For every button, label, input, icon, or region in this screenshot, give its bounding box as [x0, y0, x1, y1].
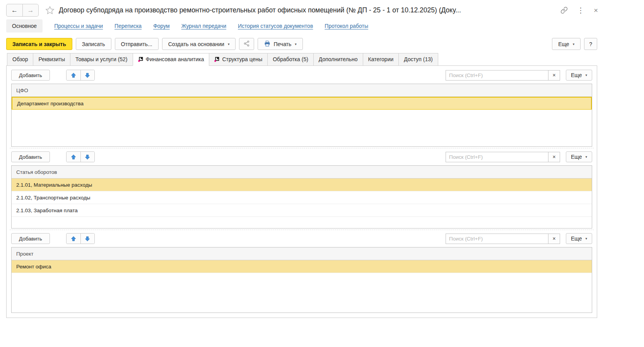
save-and-close-button[interactable]: Записать и закрыть [6, 38, 72, 50]
table-row[interactable]: 2.1.01, Материальные расходы [12, 179, 592, 191]
reorder-buttons [66, 151, 95, 162]
tab-goods-services[interactable]: Товары и услуги (52) [70, 53, 132, 66]
section-nav: Основное Процессы и задачи Переписка Фор… [0, 19, 603, 36]
more-button[interactable]: Еще ▾ [566, 233, 592, 244]
search-box: × [446, 70, 560, 81]
create-based-on-button[interactable]: Создать на основании ▾ [162, 38, 236, 50]
chevron-down-icon: ▾ [585, 155, 587, 159]
tab-label: Доступ (13) [404, 56, 432, 62]
nav-link-forum[interactable]: Форум [153, 23, 170, 29]
tab-financial-analytics[interactable]: Финансовая аналитика [133, 53, 209, 66]
column-header[interactable]: ЦФО [12, 84, 592, 97]
tab-label: Обработка (5) [273, 56, 308, 62]
turnover-table: Статья оборотов 2.1.01, Материальные рас… [11, 165, 592, 228]
add-button[interactable]: Добавить [11, 70, 50, 81]
print-label: Печать [273, 41, 291, 47]
move-up-button[interactable] [67, 70, 80, 80]
turnover-toolbar: Добавить × Еще ▾ [11, 148, 592, 165]
kebab-icon: ⋮ [577, 6, 584, 14]
forward-button[interactable]: → [22, 4, 38, 16]
table-row[interactable]: 2.1.03, Заработная плата [12, 204, 592, 217]
more-button[interactable]: Еще ▾ [566, 151, 592, 162]
reorder-buttons [66, 70, 95, 81]
move-up-button[interactable] [67, 234, 80, 244]
table-row[interactable]: Ремонт офиса [12, 260, 592, 273]
send-button[interactable]: Отправить... [115, 38, 159, 50]
cfo-toolbar: Добавить × Еще ▾ [11, 67, 592, 84]
modified-table-icon [138, 57, 143, 62]
reorder-buttons [66, 233, 95, 244]
nav-item-main[interactable]: Основное [6, 19, 43, 33]
arrow-down-icon [85, 155, 90, 161]
nav-link-transfer-journal[interactable]: Журнал передачи [181, 23, 226, 29]
clear-search-button[interactable]: × [548, 152, 560, 162]
help-button[interactable]: ? [584, 38, 597, 50]
tab-label: Структура цены [222, 56, 262, 62]
move-down-button[interactable] [80, 152, 94, 162]
section-turnover-item: Добавить × Еще ▾ Статья оборотов [11, 148, 592, 228]
arrow-up-icon [71, 74, 76, 79]
page-title: Договор субподряда на производство ремон… [59, 6, 556, 14]
more-label: Еще [571, 72, 582, 78]
table-body: Ремонт офиса [12, 260, 592, 313]
column-header[interactable]: Проект [12, 247, 592, 260]
tab-categories[interactable]: Категории [363, 53, 399, 66]
search-box: × [446, 152, 560, 162]
modified-table-icon [214, 57, 219, 62]
tab-price-structure[interactable]: Структура цены [209, 53, 267, 66]
history-nav: ← → [6, 4, 39, 17]
nav-link-status-history[interactable]: История статусов документов [238, 23, 313, 29]
column-header[interactable]: Статья оборотов [12, 166, 592, 179]
table-body: Департамент производства [12, 97, 592, 146]
back-icon: ← [11, 7, 18, 14]
chevron-down-icon: ▾ [585, 73, 587, 77]
close-icon: × [594, 6, 598, 14]
arrow-down-icon [85, 74, 90, 79]
share-button[interactable] [239, 38, 254, 50]
tab-label: Категории [368, 56, 394, 62]
more-commands-button[interactable]: Еще ▾ [552, 38, 581, 50]
save-button[interactable]: Записать [76, 38, 111, 50]
tab-additional[interactable]: Дополнительно [313, 53, 363, 66]
more-button[interactable]: Еще ▾ [566, 70, 592, 81]
clear-search-button[interactable]: × [548, 234, 560, 244]
tab-bar: Обзор Реквизиты Товары и услуги (52) Фин… [0, 53, 603, 66]
search-input[interactable] [446, 234, 548, 244]
arrow-up-icon [71, 237, 76, 243]
tab-requisites[interactable]: Реквизиты [33, 53, 70, 66]
chevron-down-icon: ▾ [295, 42, 297, 46]
chevron-down-icon: ▾ [228, 42, 230, 46]
table-body: 2.1.01, Материальные расходы 2.1.02, Тра… [12, 179, 592, 228]
tab-label: Товары и услуги (52) [75, 56, 127, 62]
clear-search-button[interactable]: × [548, 70, 560, 81]
project-toolbar: Добавить × Еще ▾ [11, 230, 592, 247]
section-cfo: Добавить × Еще ▾ ЦФО Департамент [11, 67, 592, 147]
create-based-on-label: Создать на основании [168, 41, 224, 47]
table-row[interactable]: Департамент производства [12, 97, 592, 110]
more-label: Еще [558, 41, 569, 47]
tab-label: Финансовая аналитика [146, 56, 204, 62]
add-button[interactable]: Добавить [11, 151, 50, 162]
search-input[interactable] [446, 152, 548, 162]
tab-access[interactable]: Доступ (13) [398, 53, 438, 66]
search-box: × [446, 234, 560, 244]
nav-link-work-protocol[interactable]: Протокол работы [325, 23, 368, 29]
tab-label: Реквизиты [38, 56, 65, 62]
move-up-button[interactable] [67, 152, 80, 162]
move-down-button[interactable] [80, 234, 94, 244]
nav-link-processes[interactable]: Процессы и задачи [54, 23, 103, 29]
print-button[interactable]: Печать ▾ [258, 38, 302, 50]
add-button[interactable]: Добавить [11, 233, 50, 244]
back-button[interactable]: ← [7, 4, 22, 16]
nav-link-correspondence[interactable]: Переписка [114, 23, 142, 29]
tab-overview[interactable]: Обзор [7, 53, 33, 66]
arrow-down-icon [85, 237, 90, 243]
move-down-button[interactable] [80, 70, 94, 80]
tab-processing[interactable]: Обработка (5) [267, 53, 313, 66]
search-input[interactable] [446, 70, 548, 81]
section-project: Добавить × Еще ▾ Проект Ремонт оф [11, 230, 592, 313]
favorite-star-icon[interactable] [45, 5, 55, 15]
table-row[interactable]: 2.1.02, Транспортные расходы [12, 191, 592, 204]
get-link-button[interactable] [560, 7, 568, 14]
chevron-down-icon: ▾ [585, 237, 587, 240]
